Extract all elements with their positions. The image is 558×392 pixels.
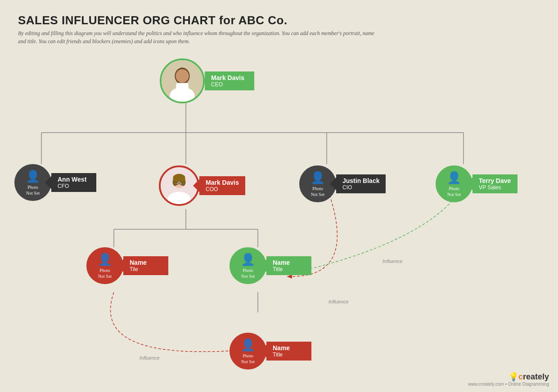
creately-brand: 💡creately — [468, 372, 549, 382]
cfo-label: Ann West CFO — [51, 173, 96, 192]
svg-point-14 — [176, 69, 189, 82]
sub2-person-icon: 👤 — [241, 253, 255, 267]
sub2-label: Name Title — [266, 256, 311, 275]
sub1-label: Name Tile — [123, 256, 168, 275]
sub1-person-icon: 👤 — [98, 253, 112, 267]
chart-area: Mark Davis CEO 👤 Photo Not Set Ann West … — [0, 54, 558, 382]
header: SALES INFLUENCER ORG CHART for ABC Co. B… — [18, 13, 540, 45]
influence-label-3: Influence — [140, 355, 160, 361]
svg-rect-16 — [176, 83, 189, 96]
node-sub1[interactable]: 👤 Photo Not Set Name Tile — [86, 247, 168, 284]
node-cio[interactable]: 👤 Photo Not Set Justin Black CIO — [299, 165, 386, 202]
cio-label: Justin Black CIO — [336, 174, 386, 193]
cio-person-icon: 👤 — [310, 171, 325, 185]
influence-label-1: Influence — [382, 258, 403, 264]
node-cfo[interactable]: 👤 Photo Not Set Ann West CFO — [14, 164, 96, 201]
ceo-photo — [160, 58, 205, 103]
page-description: By editing and filling this diagram you … — [18, 29, 378, 45]
coo-label: Mark Davis COO — [199, 176, 245, 195]
sub1-placeholder: Photo Not Set — [98, 267, 112, 279]
creately-url: www.creately.com • Online Diagramming — [468, 382, 549, 387]
sub3-person-icon: 👤 — [241, 338, 255, 352]
footer: 💡creately www.creately.com • Online Diag… — [468, 372, 549, 387]
vpsales-placeholder: Photo Not Set — [447, 186, 461, 197]
node-vpsales[interactable]: 👤 Photo Not Set Terry Dave VP Sales — [436, 165, 518, 202]
vpsales-label: Terry Dave VP Sales — [472, 174, 518, 193]
sub2-placeholder: Photo Not Set — [241, 267, 255, 279]
sub3-label: Name Title — [266, 342, 311, 361]
node-coo[interactable]: Mark Davis COO — [159, 165, 245, 206]
page-title: SALES INFLUENCER ORG CHART for ABC Co. — [18, 13, 540, 27]
node-sub3[interactable]: 👤 Photo Not Set Name Title — [230, 333, 311, 370]
node-sub2[interactable]: 👤 Photo Not Set Name Title — [230, 247, 311, 284]
sub3-placeholder: Photo Not Set — [241, 353, 255, 365]
ceo-label: Mark Davis CEO — [205, 71, 254, 90]
cfo-placeholder: Photo Not Set — [26, 184, 40, 196]
influence-label-2: Influence — [328, 299, 349, 304]
node-ceo[interactable]: Mark Davis CEO — [160, 58, 254, 103]
vpsales-person-icon: 👤 — [447, 171, 461, 185]
page: SALES INFLUENCER ORG CHART for ABC Co. B… — [0, 0, 558, 392]
cfo-person-icon: 👤 — [26, 169, 40, 183]
cio-placeholder: Photo Not Set — [311, 186, 324, 197]
